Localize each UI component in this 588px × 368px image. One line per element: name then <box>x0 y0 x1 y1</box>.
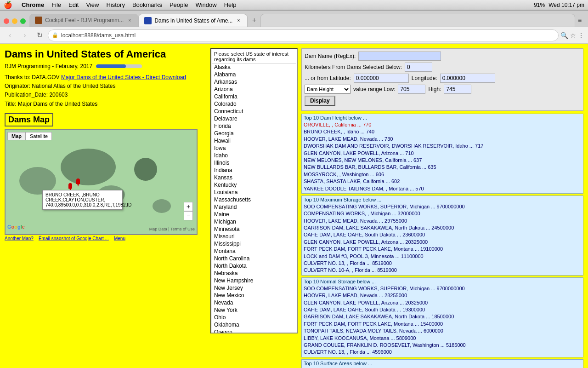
state-item[interactable]: Oklahoma <box>212 321 296 328</box>
menubar-edit[interactable]: Edit <box>65 1 82 8</box>
zoom-out-button[interactable]: − <box>184 211 193 220</box>
high-input[interactable] <box>444 85 471 94</box>
km-input[interactable] <box>405 63 432 72</box>
result-3-2: GLEN CANYON, LAKE POWELL, Arizona ... 20… <box>304 299 581 306</box>
state-item[interactable]: Nevada <box>212 299 296 306</box>
tab-2[interactable]: Dams in United States of Ame... × <box>138 14 248 27</box>
url-text: localhost:8888/dams_usa.html <box>61 32 554 39</box>
state-item[interactable]: Mississippi <box>212 240 296 247</box>
map-footer-links: Another Map? Email snapshot of Google Ch… <box>5 236 207 241</box>
maximize-window-button[interactable] <box>20 18 26 24</box>
state-item[interactable]: Idaho <box>212 152 296 159</box>
dam-name-input[interactable] <box>358 52 441 61</box>
map-marker-5[interactable] <box>75 178 81 187</box>
menubar-bookmarks[interactable]: Bookmarks <box>129 1 166 8</box>
tab-1-title: Cockpit Feel - RJM Programm... <box>45 17 124 23</box>
new-tab-button[interactable]: + <box>248 14 260 27</box>
another-map-link[interactable]: Another Map? <box>5 236 34 241</box>
zoom-in-button[interactable]: + <box>184 202 193 211</box>
state-list-box[interactable]: Please select US state of interest regar… <box>210 48 298 334</box>
state-item[interactable]: Kentucky <box>212 181 296 189</box>
state-item[interactable]: Arizona <box>212 86 296 93</box>
state-item[interactable]: Alaska <box>212 63 296 71</box>
url-bar[interactable]: 🔒 localhost:8888/dams_usa.html <box>48 29 559 41</box>
result-1-6: NEW BULLARDS BAR, BULLARDS BAR, Californ… <box>304 164 581 171</box>
subtitle-text: RJM Programming - February, 2017 <box>5 63 92 69</box>
star-icon[interactable]: ☆ <box>570 32 576 39</box>
title-line: Title: Major Dams of the United States <box>5 100 207 109</box>
state-item[interactable]: Florida <box>212 122 296 130</box>
state-item[interactable]: Massachusetts <box>212 196 296 203</box>
menubar-people[interactable]: People <box>166 1 192 8</box>
state-item[interactable]: Colorado <box>212 100 296 108</box>
state-item[interactable]: Michigan <box>212 218 296 225</box>
state-item[interactable]: Ohio <box>212 314 296 321</box>
state-item[interactable]: California <box>212 93 296 100</box>
menubar-history[interactable]: History <box>102 1 128 8</box>
tab-2-close[interactable]: × <box>235 17 242 24</box>
google-logo: Google <box>7 224 25 230</box>
state-item[interactable]: Georgia <box>212 130 296 137</box>
state-item[interactable]: Connecticut <box>212 108 296 115</box>
state-item[interactable]: New Mexico <box>212 292 296 299</box>
state-item[interactable]: Delaware <box>212 115 296 122</box>
menubar-file[interactable]: File <box>48 1 65 8</box>
state-item[interactable]: Nebraska <box>212 270 296 277</box>
map-tab-map[interactable]: Map <box>7 132 26 140</box>
menu-icon[interactable]: ⋮ <box>578 32 584 39</box>
state-item[interactable]: Maryland <box>212 203 296 211</box>
state-item[interactable]: Arkansas <box>212 78 296 86</box>
browser-window: Cockpit Feel - RJM Programm... × Dams in… <box>0 10 588 44</box>
extensions-button[interactable]: ≡ <box>575 14 584 27</box>
state-item[interactable]: New York <box>212 306 296 314</box>
close-window-button[interactable] <box>4 18 9 24</box>
email-snapshot-link[interactable]: Email snapshot of Google Chart ... <box>39 236 109 241</box>
reload-button[interactable]: ↻ <box>33 29 46 42</box>
state-item[interactable]: Minnesota <box>212 225 296 233</box>
menubar-chrome[interactable]: Chrome <box>18 1 48 8</box>
low-input[interactable] <box>398 85 425 94</box>
map-container[interactable]: Map Satellite BRUNO CREEK, ,BRUNO CREEK,… <box>5 129 198 235</box>
state-item[interactable]: Missouri <box>212 233 296 240</box>
tab-1[interactable]: Cockpit Feel - RJM Programm... × <box>29 14 138 27</box>
state-item[interactable]: Iowa <box>212 144 296 152</box>
state-item[interactable]: Hawaii <box>212 137 296 144</box>
state-item[interactable]: New Jersey <box>212 284 296 292</box>
thanks-link[interactable]: Major Dams of the United States - Direct… <box>61 74 186 80</box>
state-item[interactable]: Kansas <box>212 174 296 181</box>
map-popup-text: BRUNO CREEK, ,BRUNO CREEK,CLAYTON,CUSTER… <box>45 192 119 207</box>
state-item[interactable]: Montana <box>212 247 296 255</box>
result-2-7: LOCK and DAM #3, POOL 3, Minnesota ... 1… <box>304 253 581 260</box>
result-1-4: GLEN CANYON, LAKE POWELL, Arizona ... 71… <box>304 150 581 157</box>
state-item[interactable]: Oregon <box>212 328 296 334</box>
search-icon[interactable]: 🔍 <box>560 32 568 39</box>
tab-bar: Cockpit Feel - RJM Programm... × Dams in… <box>0 11 588 27</box>
height-select[interactable]: Dam HeightNormal StorageSurface AreaDrai… <box>305 85 351 94</box>
forward-button[interactable]: › <box>18 29 31 42</box>
display-button[interactable]: Display <box>305 96 335 106</box>
minimize-window-button[interactable] <box>12 18 17 24</box>
state-item[interactable]: New Hampshire <box>212 277 296 284</box>
tab-1-close[interactable]: × <box>126 17 133 23</box>
state-item[interactable]: North Dakota <box>212 262 296 270</box>
tab-1-favicon <box>35 17 42 24</box>
map-tab-satellite[interactable]: Satellite <box>26 132 52 140</box>
lon-input[interactable] <box>440 74 495 83</box>
menubar-window[interactable]: Window <box>192 1 220 8</box>
terrain-4 <box>134 158 157 181</box>
back-button[interactable]: ‹ <box>4 29 17 42</box>
menubar-view[interactable]: View <box>82 1 102 8</box>
apple-menu[interactable]: 🍎 <box>4 1 12 9</box>
state-item[interactable]: Indiana <box>212 167 296 174</box>
result-1-2: HOOVER, LAKE MEAD, Nevada ... 730 <box>304 136 581 143</box>
results-section-1-header: Top 10 Dam Height below ... <box>304 115 581 121</box>
lat-input[interactable] <box>354 74 409 83</box>
menubar-right: 91% Wed 10:17 pm <box>534 2 584 8</box>
menu-link[interactable]: Menu <box>114 236 125 241</box>
state-item[interactable]: Maine <box>212 211 296 218</box>
state-item[interactable]: North Carolina <box>212 255 296 262</box>
state-item[interactable]: Alabama <box>212 71 296 78</box>
state-item[interactable]: Illinois <box>212 159 296 167</box>
state-item[interactable]: Louisiana <box>212 189 296 196</box>
menubar-help[interactable]: Help <box>220 1 240 8</box>
